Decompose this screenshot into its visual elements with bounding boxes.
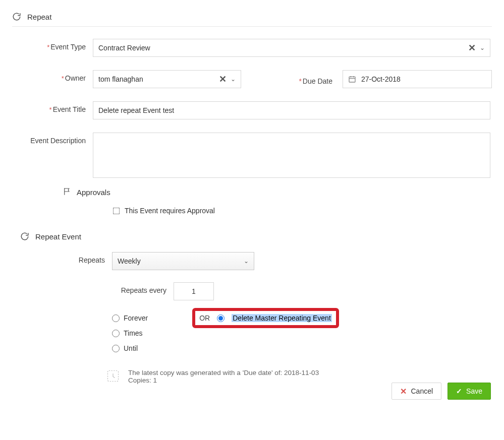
clear-icon[interactable]: ✕ bbox=[217, 74, 229, 85]
approval-checkbox-row: This Event requires Approval bbox=[113, 207, 492, 215]
row-repeats-every: Repeats every 1 bbox=[78, 282, 492, 300]
repeat-icon bbox=[12, 12, 21, 21]
requires-approval-label: This Event requires Approval bbox=[125, 207, 215, 215]
note-line1: The latest copy was generated with a 'Du… bbox=[128, 369, 319, 376]
section-title: Repeat bbox=[27, 13, 51, 21]
event-title-input[interactable]: Delete repeat Event test bbox=[93, 101, 490, 119]
due-date-input[interactable]: 27-Oct-2018 bbox=[343, 70, 492, 88]
flag-icon bbox=[63, 187, 72, 198]
label-owner: *Owner bbox=[12, 70, 93, 82]
close-icon: ✕ bbox=[400, 387, 407, 396]
radio-times[interactable] bbox=[112, 330, 120, 337]
radio-row-until: Until bbox=[112, 341, 492, 356]
label-repeats-every: Repeats every bbox=[78, 282, 174, 294]
section-header-repeat-event: Repeat Event bbox=[20, 230, 492, 252]
event-description-textarea[interactable] bbox=[93, 133, 490, 178]
clock-icon bbox=[106, 369, 120, 385]
repeats-every-input[interactable]: 1 bbox=[174, 282, 214, 300]
repeat-icon bbox=[20, 232, 29, 241]
radio-delete-master[interactable] bbox=[217, 315, 225, 322]
delete-master-block: OR Delete Master Repeating Event bbox=[192, 308, 339, 328]
delete-master-label: Delete Master Repeating Event bbox=[232, 314, 332, 322]
repeat-end-options: Forever OR Delete Master Repeating Event… bbox=[112, 310, 492, 356]
chevron-down-icon[interactable]: ⌄ bbox=[229, 76, 236, 83]
chevron-down-icon[interactable]: ⌄ bbox=[242, 258, 249, 265]
calendar-icon bbox=[348, 75, 356, 83]
action-bar: ✕ Cancel ✓ Save bbox=[12, 383, 492, 400]
cancel-button[interactable]: ✕ Cancel bbox=[391, 383, 441, 400]
requires-approval-checkbox[interactable] bbox=[113, 207, 120, 214]
save-button[interactable]: ✓ Save bbox=[447, 383, 491, 400]
label-due-date: *Due Date bbox=[299, 73, 332, 85]
row-owner-duedate: *Owner tom flanaghan ✕ ⌄ *Due Date 27-Oc… bbox=[12, 70, 492, 88]
section-header-repeat: Repeat bbox=[12, 10, 492, 26]
radio-row-forever: Forever OR Delete Master Repeating Event bbox=[112, 310, 492, 326]
chevron-down-icon[interactable]: ⌄ bbox=[478, 44, 485, 51]
label-event-description: Event Description bbox=[12, 133, 93, 145]
approvals-header: Approvals bbox=[63, 187, 492, 198]
radio-forever[interactable] bbox=[112, 315, 120, 322]
divider bbox=[12, 26, 492, 27]
label-repeats: Repeats bbox=[12, 252, 112, 264]
clear-icon[interactable]: ✕ bbox=[466, 42, 478, 53]
note-line2: Copies: 1 bbox=[128, 376, 319, 384]
label-event-title: *Event Title bbox=[12, 101, 93, 113]
row-event-title: *Event Title Delete repeat Event test bbox=[12, 101, 492, 119]
check-icon: ✓ bbox=[456, 387, 462, 395]
event-type-select[interactable]: Contract Review ✕ ⌄ bbox=[93, 39, 490, 57]
owner-select[interactable]: tom flanaghan ✕ ⌄ bbox=[93, 70, 241, 88]
row-event-type: *Event Type Contract Review ✕ ⌄ bbox=[12, 39, 492, 57]
svg-rect-0 bbox=[349, 77, 355, 82]
or-label: OR bbox=[199, 314, 210, 322]
row-repeats: Repeats Weekly ⌄ bbox=[12, 252, 492, 270]
label-event-type: *Event Type bbox=[12, 39, 93, 51]
radio-until[interactable] bbox=[112, 345, 120, 352]
repeats-select[interactable]: Weekly ⌄ bbox=[112, 252, 254, 270]
row-event-description: Event Description bbox=[12, 133, 492, 178]
